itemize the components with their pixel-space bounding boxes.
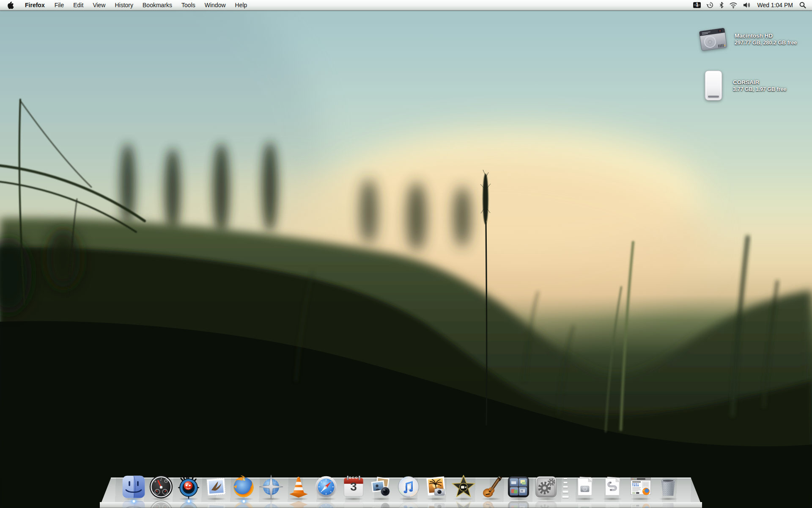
desktop-icon-macintosh-hd[interactable]: Macintosh HD 297.77 GB, 280.2 GB free (698, 25, 797, 54)
firefox-icon (231, 475, 256, 499)
documents-stack-icon (573, 475, 597, 499)
time-machine-icon[interactable] (706, 1, 714, 9)
menu-file[interactable]: File (50, 2, 69, 8)
menu-bar-right: 1 Wed 1:04 PM (693, 0, 812, 10)
itunes-icon (396, 475, 421, 499)
volume-info: 297.77 GB, 280.2 GB free (735, 40, 797, 47)
wifi-icon[interactable] (729, 2, 738, 8)
svg-text:✈: ✈ (154, 480, 156, 483)
imovie-star-icon (451, 475, 476, 499)
dock-item-safari[interactable] (314, 475, 338, 499)
dock-divider[interactable] (561, 475, 570, 499)
menu-view[interactable]: View (88, 2, 110, 8)
minimized-firefox-window-thumbnail (628, 475, 654, 499)
apple-menu[interactable] (5, 0, 20, 10)
volume-icon[interactable] (743, 2, 751, 8)
dock-item-garageband[interactable] (479, 475, 503, 499)
menu-bar-left: Firefox File Edit View History Bookmarks… (0, 0, 252, 10)
menu-help[interactable]: Help (230, 2, 252, 8)
camino-icon (259, 475, 283, 499)
menu-edit[interactable]: Edit (69, 2, 88, 8)
ical-icon: DEC 3 (341, 475, 366, 499)
spaces-grid-icon (506, 475, 531, 499)
dock-item-minimized-firefox-window[interactable] (628, 475, 654, 499)
volume-label: Macintosh HD 297.77 GB, 280.2 GB free (735, 33, 797, 47)
dock-front-edge (100, 502, 702, 508)
photo-booth-icon (369, 475, 393, 499)
safari-icon (314, 475, 338, 499)
ical-month-label: DEC (341, 476, 366, 480)
volume-name: CORSAIR (733, 79, 786, 86)
menu-history[interactable]: History (110, 2, 138, 8)
svg-text:♪: ♪ (160, 477, 162, 481)
internal-hard-drive-icon (698, 25, 729, 54)
dock-item-system-preferences[interactable] (534, 475, 558, 499)
system-preferences-gears-icon (534, 475, 558, 499)
dock-item-ical[interactable]: DEC 3 (341, 475, 366, 499)
volume-label: CORSAIR 3.77 GB, 1.97 GB free (733, 79, 786, 93)
wallpaper (0, 0, 812, 508)
dock-item-spaces[interactable] (506, 475, 531, 499)
dock-item-trash[interactable] (657, 475, 680, 499)
bluetooth-icon[interactable] (719, 2, 724, 8)
dock-item-vlc[interactable] (286, 475, 311, 499)
menu-window[interactable]: Window (200, 2, 230, 8)
spotlight-icon[interactable] (799, 2, 806, 8)
dock-item-dashboard[interactable]: ♪ ✈ (149, 475, 173, 499)
garageband-guitar-icon (479, 475, 503, 499)
menu-tools[interactable]: Tools (177, 2, 200, 8)
scripts-stack-icon (600, 475, 625, 499)
dock-item-scripts-stack[interactable] (600, 475, 625, 499)
dock-item-photo-booth[interactable] (369, 475, 393, 499)
running-indicator (186, 500, 192, 503)
red-face-target-app-icon (176, 475, 201, 499)
menu-bookmarks[interactable]: Bookmarks (138, 2, 177, 8)
ical-day-label: 3 (341, 481, 366, 493)
iphoto-icon (424, 475, 448, 499)
app-menu-title[interactable]: Firefox (20, 2, 50, 8)
dock-item-iphoto[interactable] (424, 475, 448, 499)
dock-item-firefox[interactable] (231, 475, 256, 499)
dock-item-mail[interactable] (204, 475, 228, 499)
running-indicator (241, 500, 247, 503)
dock-item-camino[interactable] (259, 475, 283, 499)
dock-item-documents-stack[interactable] (573, 475, 597, 499)
menu-bar-clock[interactable]: Wed 1:04 PM (756, 2, 794, 8)
dock-item-finder[interactable] (121, 475, 146, 499)
desktop-icon-corsair[interactable]: CORSAIR 3.77 GB, 1.97 GB free (700, 69, 786, 102)
mail-stamp-icon (204, 475, 228, 499)
volume-info: 3.77 GB, 1.97 GB free (733, 86, 786, 93)
dock-item-red-face-target-app[interactable] (176, 475, 201, 499)
vlc-cone-icon (286, 475, 311, 499)
dock-item-itunes[interactable] (396, 475, 421, 499)
spaces-number: 1 (693, 2, 701, 8)
finder-icon (121, 475, 146, 499)
running-indicator (131, 500, 137, 503)
dashboard-icon: ♪ ✈ (149, 475, 173, 499)
removable-drive-icon (700, 69, 727, 102)
menu-bar: Firefox File Edit View History Bookmarks… (0, 0, 812, 11)
spaces-menu-icon[interactable]: 1 (693, 2, 701, 8)
dock: ♪ ✈ (121, 475, 680, 499)
volume-name: Macintosh HD (735, 33, 797, 40)
dock-item-imovie[interactable] (451, 475, 476, 499)
trash-icon (657, 475, 680, 499)
apple-logo-icon (8, 1, 14, 9)
